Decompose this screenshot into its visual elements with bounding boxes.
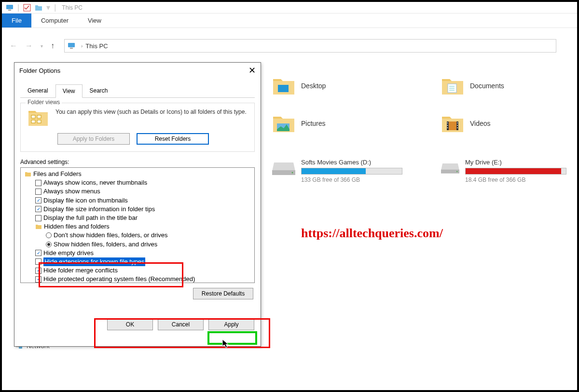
pc-icon bbox=[6, 4, 14, 12]
desktop-folder-icon bbox=[272, 74, 295, 97]
drive-icon bbox=[441, 159, 459, 176]
watermark-text: https://alltechqueries.com/ bbox=[301, 226, 443, 241]
folder-views-icon bbox=[27, 108, 50, 128]
svg-rect-1 bbox=[8, 10, 11, 11]
tree-item[interactable]: Hide empty drives bbox=[22, 249, 253, 257]
svg-point-21 bbox=[292, 172, 293, 174]
annotation-green-box bbox=[207, 331, 257, 345]
folder-pictures[interactable]: Pictures bbox=[272, 112, 417, 135]
checkbox[interactable] bbox=[35, 250, 41, 256]
radio[interactable] bbox=[46, 232, 52, 238]
drive-free-text: 18.4 GB free of 366 GB bbox=[465, 176, 566, 183]
tree-item[interactable]: Hide folder merge conflicts bbox=[22, 266, 253, 275]
svg-rect-28 bbox=[31, 120, 35, 123]
svg-point-16 bbox=[447, 127, 448, 128]
navigation-bar: ← → ▾ ↑ › This PC bbox=[2, 37, 577, 55]
folder-icon bbox=[35, 223, 42, 230]
checkbox[interactable] bbox=[35, 276, 41, 283]
address-bar[interactable]: › This PC bbox=[64, 39, 556, 53]
ribbon-tabs: File Computer View bbox=[2, 14, 577, 28]
new-folder-icon[interactable] bbox=[35, 4, 42, 12]
checkbox[interactable] bbox=[35, 180, 41, 186]
folder-label: Videos bbox=[470, 120, 491, 127]
dialog-title-bar[interactable]: Folder Options ✕ bbox=[14, 63, 261, 78]
properties-icon[interactable] bbox=[23, 4, 31, 12]
tree-item[interactable]: Don't show hidden files, folders, or dri… bbox=[22, 231, 253, 240]
folders-grid: Desktop Documents Pictures Videos bbox=[272, 74, 566, 135]
svg-point-19 bbox=[457, 127, 458, 128]
tree-item[interactable]: Hide protected operating system files (R… bbox=[22, 275, 253, 283]
tab-search[interactable]: Search bbox=[83, 84, 115, 97]
pc-icon bbox=[68, 42, 75, 50]
tree-item[interactable]: Display file size information in folder … bbox=[22, 205, 253, 214]
tab-view[interactable]: View bbox=[55, 84, 83, 98]
tree-item[interactable]: Show hidden files, folders, and drives bbox=[22, 240, 253, 249]
videos-folder-icon bbox=[441, 112, 464, 135]
nav-up-icon[interactable]: ↑ bbox=[49, 40, 56, 52]
svg-rect-3 bbox=[68, 43, 75, 47]
tree-item[interactable]: Display the full path in the title bar bbox=[22, 214, 253, 222]
nav-back-icon[interactable]: ← bbox=[8, 40, 19, 52]
tree-item[interactable]: Display file icon on thumbnails bbox=[22, 196, 253, 205]
svg-rect-5 bbox=[278, 85, 289, 92]
svg-point-15 bbox=[447, 125, 448, 126]
reset-folders-button[interactable]: Reset Folders bbox=[137, 133, 209, 145]
tree-group: Hidden files and folders bbox=[22, 222, 253, 231]
tab-view[interactable]: View bbox=[78, 14, 111, 27]
svg-rect-4 bbox=[70, 48, 73, 49]
checkbox[interactable] bbox=[35, 206, 41, 212]
apply-button[interactable]: Apply bbox=[208, 319, 254, 330]
svg-point-23 bbox=[456, 171, 457, 172]
tree-item[interactable]: Always show menus bbox=[22, 187, 253, 196]
tab-general[interactable]: General bbox=[20, 84, 55, 97]
folder-videos[interactable]: Videos bbox=[441, 112, 566, 135]
checkbox[interactable] bbox=[35, 189, 41, 195]
tree-item-hide-extensions[interactable]: Hide extensions for known file types bbox=[22, 257, 253, 266]
drive-name: My Drive (E:) bbox=[465, 159, 566, 166]
folder-views-legend: Folder views bbox=[26, 99, 62, 106]
address-text: This PC bbox=[85, 42, 108, 50]
cancel-button[interactable]: Cancel bbox=[158, 319, 204, 330]
radio[interactable] bbox=[46, 242, 52, 247]
apply-to-folders-button: Apply to Folders bbox=[57, 133, 130, 145]
svg-rect-0 bbox=[6, 5, 13, 9]
close-icon[interactable]: ✕ bbox=[248, 65, 256, 76]
folder-label: Pictures bbox=[301, 120, 326, 127]
tree-item[interactable]: Always show icons, never thumbnails bbox=[22, 178, 253, 187]
folder-label: Documents bbox=[470, 82, 504, 90]
drive-free-text: 133 GB free of 366 GB bbox=[301, 176, 402, 183]
content-area: Desktop Documents Pictures Videos Softs bbox=[2, 55, 577, 392]
checkbox[interactable] bbox=[35, 268, 41, 274]
window-title: This PC bbox=[62, 4, 83, 11]
drives-grid: Softs Movies Games (D:) 133 GB free of 3… bbox=[272, 159, 566, 183]
folder-label: Desktop bbox=[301, 82, 326, 90]
drive-icon bbox=[272, 159, 295, 176]
cursor-icon bbox=[222, 339, 230, 349]
checkbox[interactable] bbox=[35, 258, 41, 265]
folder-options-dialog: Folder Options ✕ General View Search Fol… bbox=[14, 62, 261, 347]
tab-computer[interactable]: Computer bbox=[31, 14, 78, 27]
svg-rect-29 bbox=[37, 120, 41, 123]
documents-folder-icon bbox=[441, 74, 464, 97]
pictures-folder-icon bbox=[272, 112, 295, 135]
tab-file[interactable]: File bbox=[2, 14, 31, 27]
nav-dropdown-icon[interactable]: ▾ bbox=[39, 41, 45, 51]
svg-point-14 bbox=[447, 122, 448, 123]
drive-usage-bar bbox=[301, 168, 402, 175]
svg-point-18 bbox=[457, 125, 458, 126]
drive-e[interactable]: My Drive (E:) 18.4 GB free of 366 GB bbox=[441, 159, 566, 183]
folder-documents[interactable]: Documents bbox=[441, 74, 566, 97]
checkbox[interactable] bbox=[35, 215, 41, 221]
dialog-tabs: General View Search bbox=[20, 84, 255, 98]
advanced-settings-tree[interactable]: Files and Folders Always show icons, nev… bbox=[20, 167, 255, 283]
separator: | bbox=[54, 3, 56, 12]
checkbox[interactable] bbox=[35, 197, 41, 203]
advanced-settings-label: Advanced settings: bbox=[20, 159, 255, 165]
folder-icon bbox=[25, 171, 31, 177]
ok-button[interactable]: OK bbox=[107, 319, 153, 330]
restore-defaults-button[interactable]: Restore Defaults bbox=[193, 288, 253, 299]
separator: | bbox=[17, 3, 19, 12]
drive-d[interactable]: Softs Movies Games (D:) 133 GB free of 3… bbox=[272, 159, 417, 183]
folder-desktop[interactable]: Desktop bbox=[272, 74, 417, 97]
chevron-right-icon[interactable]: › bbox=[81, 43, 83, 49]
